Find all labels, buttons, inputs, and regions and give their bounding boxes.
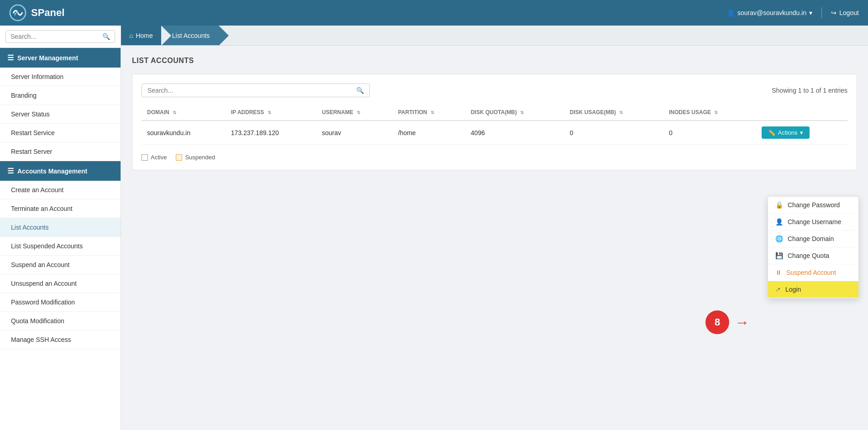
page-content: LIST ACCOUNTS 🔍 Showing 1 to 1 of 1 entr… [121,46,868,430]
dropdown-login-label: Login [785,286,801,293]
sidebar-search-input[interactable] [11,33,102,40]
sidebar-item-password-modification[interactable]: Password Modification [0,293,121,312]
top-header: SPanel 👤 sourav@souravkundu.in ▾ ↪ Logou… [0,0,868,26]
user-info[interactable]: 👤 sourav@souravkundu.in ▾ [727,9,812,16]
table-search-box[interactable]: 🔍 [142,84,370,97]
legend-row: Active Suspended [142,154,847,161]
server-management-header[interactable]: ☰ Server Management [0,48,121,68]
accounts-management-header[interactable]: ☰ Accounts Management [0,161,121,181]
cell-domain: souravkundu.in [142,121,226,145]
accounts-section-icon: ☰ [7,167,14,175]
cell-disk-usage: 0 [564,121,663,145]
dropdown-icon: ▾ [809,9,812,16]
col-inodes-usage[interactable]: INODES USAGE ⇅ [663,105,756,121]
sidebar-item-unsuspend-account[interactable]: Unsuspend an Account [0,274,121,293]
dropdown-login[interactable]: ↗ Login [768,281,858,298]
logout-icon: ↪ [831,9,836,16]
home-icon: ⌂ [129,32,133,39]
sidebar-item-server-status[interactable]: Server Status [0,105,121,124]
data-table: DOMAIN ⇅ IP ADDRESS ⇅ USERNAME ⇅ [142,105,847,145]
table-search-input[interactable] [147,87,356,94]
table-row: souravkundu.in 173.237.189.120 sourav /h… [142,121,847,145]
col-disk-quota[interactable]: DISK QUOTA(MB) ⇅ [465,105,564,121]
login-icon: ↗ [775,286,781,293]
dropdown-change-password[interactable]: 🔒 Change Password [768,197,858,214]
logo-text: SPanel [31,7,64,19]
main-content: ⌂ Home List Accounts LIST ACCOUNTS 🔍 Sho… [121,26,868,430]
sidebar-search-inner[interactable]: 🔍 [5,30,115,43]
sidebar-item-list-accounts[interactable]: List Accounts [0,218,121,237]
dropdown-suspend-account-label: Suspend Account [786,269,836,276]
entries-info: Showing 1 to 1 of 1 entries [772,87,847,94]
cell-partition: /home [393,121,465,145]
col-username[interactable]: USERNAME ⇅ [316,105,393,121]
content-card: 🔍 Showing 1 to 1 of 1 entries DOMAIN ⇅ [132,74,857,170]
legend-suspended: Suspended [176,154,215,161]
col-actions [756,105,847,121]
actions-button[interactable]: ✏️ Actions ▾ [762,126,810,139]
accounts-management-label: Accounts Management [17,168,87,175]
logout-label: Logout [839,9,859,16]
suspend-icon: ⏸ [775,269,782,276]
legend-suspended-label: Suspended [185,154,215,161]
sidebar-item-create-account[interactable]: Create an Account [0,181,121,199]
logout-button[interactable]: ↪ Logout [831,9,859,16]
quota-icon: 💾 [775,252,783,259]
legend-suspended-box [176,154,182,161]
actions-label: Actions [778,129,798,136]
dropdown-change-quota[interactable]: 💾 Change Quota [768,247,858,264]
dropdown-change-domain[interactable]: 🌐 Change Domain [768,231,858,247]
sidebar-item-quota-modification[interactable]: Quota Modification [0,312,121,330]
col-disk-usage[interactable]: DISK USAGE(MB) ⇅ [564,105,663,121]
sidebar-search-icon: 🔍 [102,33,110,40]
header-divider [821,7,822,18]
col-ip-address[interactable]: IP ADDRESS ⇅ [226,105,316,121]
breadcrumb-home[interactable]: ⌂ Home [121,26,161,45]
dropdown-change-password-label: Change Password [788,201,840,209]
logo-icon [9,4,26,21]
server-section-icon: ☰ [7,53,14,62]
user-email: sourav@souravkundu.in [737,9,806,16]
legend-active-box [142,154,148,161]
cell-username: sourav [316,121,393,145]
actions-chevron: ▾ [800,129,803,136]
logo-area: SPanel [9,4,64,21]
breadcrumb-current-label: List Accounts [172,32,210,39]
dropdown-change-username[interactable]: 👤 Change Username [768,214,858,231]
layout: 🔍 ☰ Server Management Server Information… [0,26,868,430]
dropdown-suspend-account[interactable]: ⏸ Suspend Account [768,264,858,281]
actions-edit-icon: ✏️ [768,129,775,136]
sort-icon-domain: ⇅ [173,110,176,115]
table-header-row: DOMAIN ⇅ IP ADDRESS ⇅ USERNAME ⇅ [142,105,847,121]
dropdown-change-quota-label: Change Quota [788,252,829,259]
header-right: 👤 sourav@souravkundu.in ▾ ↪ Logout [727,7,859,18]
server-management-label: Server Management [17,54,78,62]
dropdown-change-domain-label: Change Domain [788,235,834,242]
sidebar-item-manage-ssh-access[interactable]: Manage SSH Access [0,330,121,349]
sort-icon-partition: ⇅ [431,110,434,115]
table-toolbar: 🔍 Showing 1 to 1 of 1 entries [142,84,847,97]
dropdown-change-username-label: Change Username [788,218,842,225]
sidebar-item-terminate-account[interactable]: Terminate an Account [0,199,121,218]
sort-icon-disk-usage: ⇅ [619,110,623,115]
sidebar-item-server-information[interactable]: Server Information [0,68,121,86]
sidebar-item-branding[interactable]: Branding [0,86,121,105]
legend-active: Active [142,154,167,161]
col-partition[interactable]: PARTITION ⇅ [393,105,465,121]
cell-disk-quota: 4096 [465,121,564,145]
lock-icon: 🔒 [775,201,783,209]
breadcrumb-home-label: Home [136,32,153,39]
globe-icon: 🌐 [775,235,783,242]
sort-icon-inodes: ⇅ [714,110,718,115]
annotation-bubble: 8 [705,310,729,334]
cell-ip-address: 173.237.189.120 [226,121,316,145]
col-domain[interactable]: DOMAIN ⇅ [142,105,226,121]
page-title: LIST ACCOUNTS [132,57,857,65]
cell-actions: ✏️ Actions ▾ [756,121,847,145]
sidebar-item-restart-server[interactable]: Restart Server [0,142,121,161]
sidebar-item-restart-service[interactable]: Restart Service [0,124,121,142]
sidebar-item-list-suspended-accounts[interactable]: List Suspended Accounts [0,237,121,256]
sort-icon-disk-quota: ⇅ [520,110,524,115]
actions-dropdown-menu: 🔒 Change Password 👤 Change Username 🌐 Ch… [768,196,859,299]
sidebar-item-suspend-account[interactable]: Suspend an Account [0,256,121,274]
